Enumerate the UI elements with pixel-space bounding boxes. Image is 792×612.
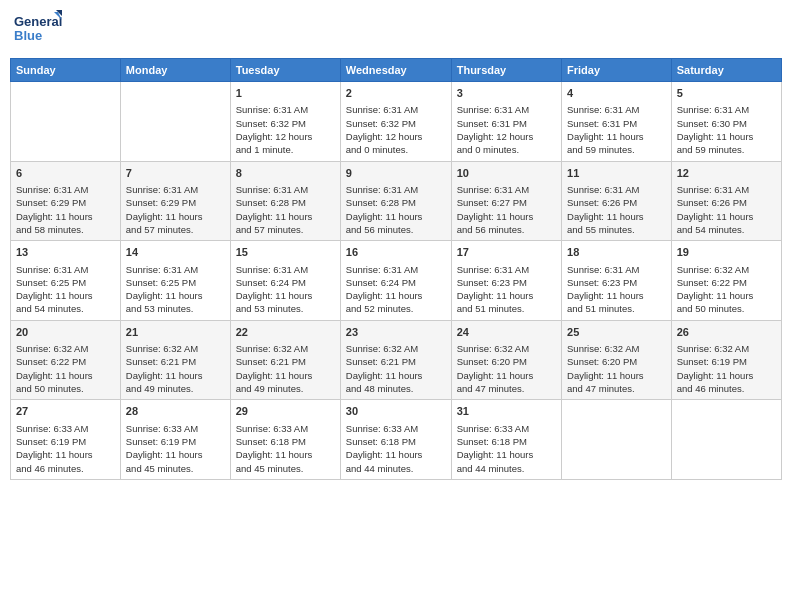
calendar-cell: 11Sunrise: 6:31 AMSunset: 6:26 PMDayligh… (562, 161, 672, 241)
calendar-cell: 7Sunrise: 6:31 AMSunset: 6:29 PMDaylight… (120, 161, 230, 241)
day-info: Sunrise: 6:33 AM (16, 422, 115, 435)
weekday-header-thursday: Thursday (451, 59, 561, 82)
day-info: Sunset: 6:21 PM (346, 355, 446, 368)
day-info: Daylight: 11 hours (677, 210, 776, 223)
day-info: Sunset: 6:27 PM (457, 196, 556, 209)
day-info: Sunset: 6:19 PM (16, 435, 115, 448)
day-info: Sunrise: 6:32 AM (677, 263, 776, 276)
day-info: Daylight: 11 hours (567, 289, 666, 302)
day-info: and 1 minute. (236, 143, 335, 156)
day-info: Sunrise: 6:31 AM (236, 183, 335, 196)
day-info: and 59 minutes. (677, 143, 776, 156)
day-info: Sunset: 6:32 PM (236, 117, 335, 130)
day-number: 29 (236, 404, 335, 419)
day-info: Sunset: 6:19 PM (677, 355, 776, 368)
calendar-cell (562, 400, 672, 480)
day-info: Daylight: 11 hours (236, 289, 335, 302)
day-info: Sunrise: 6:33 AM (236, 422, 335, 435)
day-info: Daylight: 11 hours (16, 210, 115, 223)
day-info: and 49 minutes. (236, 382, 335, 395)
day-info: Sunset: 6:25 PM (16, 276, 115, 289)
day-info: and 58 minutes. (16, 223, 115, 236)
day-number: 28 (126, 404, 225, 419)
day-number: 9 (346, 166, 446, 181)
day-info: and 53 minutes. (236, 302, 335, 315)
calendar-cell: 12Sunrise: 6:31 AMSunset: 6:26 PMDayligh… (671, 161, 781, 241)
day-info: Sunrise: 6:31 AM (346, 263, 446, 276)
day-info: Sunset: 6:19 PM (126, 435, 225, 448)
day-info: Daylight: 11 hours (677, 289, 776, 302)
day-info: Sunrise: 6:32 AM (567, 342, 666, 355)
day-info: Sunrise: 6:32 AM (126, 342, 225, 355)
calendar-cell: 16Sunrise: 6:31 AMSunset: 6:24 PMDayligh… (340, 241, 451, 321)
day-info: Daylight: 11 hours (457, 210, 556, 223)
day-info: Sunset: 6:24 PM (236, 276, 335, 289)
svg-text:Blue: Blue (14, 28, 42, 43)
day-info: and 44 minutes. (457, 462, 556, 475)
day-info: Daylight: 11 hours (346, 448, 446, 461)
day-info: Daylight: 12 hours (457, 130, 556, 143)
calendar-cell: 10Sunrise: 6:31 AMSunset: 6:27 PMDayligh… (451, 161, 561, 241)
weekday-row: SundayMondayTuesdayWednesdayThursdayFrid… (11, 59, 782, 82)
calendar-cell (11, 82, 121, 162)
day-info: and 47 minutes. (457, 382, 556, 395)
day-info: Sunset: 6:29 PM (16, 196, 115, 209)
day-info: Sunset: 6:18 PM (346, 435, 446, 448)
calendar-cell: 21Sunrise: 6:32 AMSunset: 6:21 PMDayligh… (120, 320, 230, 400)
day-info: Sunset: 6:28 PM (346, 196, 446, 209)
day-number: 12 (677, 166, 776, 181)
day-info: Daylight: 11 hours (346, 369, 446, 382)
day-info: and 46 minutes. (677, 382, 776, 395)
day-info: and 45 minutes. (126, 462, 225, 475)
day-info: Daylight: 11 hours (16, 448, 115, 461)
calendar-cell: 18Sunrise: 6:31 AMSunset: 6:23 PMDayligh… (562, 241, 672, 321)
calendar-cell: 22Sunrise: 6:32 AMSunset: 6:21 PMDayligh… (230, 320, 340, 400)
day-number: 13 (16, 245, 115, 260)
day-info: Daylight: 11 hours (16, 369, 115, 382)
calendar-cell: 2Sunrise: 6:31 AMSunset: 6:32 PMDaylight… (340, 82, 451, 162)
day-number: 10 (457, 166, 556, 181)
weekday-header-friday: Friday (562, 59, 672, 82)
day-info: and 54 minutes. (677, 223, 776, 236)
logo-svg: General Blue (14, 10, 62, 50)
day-number: 3 (457, 86, 556, 101)
calendar-cell: 20Sunrise: 6:32 AMSunset: 6:22 PMDayligh… (11, 320, 121, 400)
calendar-week-2: 13Sunrise: 6:31 AMSunset: 6:25 PMDayligh… (11, 241, 782, 321)
day-info: and 50 minutes. (677, 302, 776, 315)
calendar-cell (671, 400, 781, 480)
day-info: Daylight: 11 hours (677, 369, 776, 382)
calendar-table: SundayMondayTuesdayWednesdayThursdayFrid… (10, 58, 782, 480)
calendar-cell: 3Sunrise: 6:31 AMSunset: 6:31 PMDaylight… (451, 82, 561, 162)
day-info: Daylight: 11 hours (236, 448, 335, 461)
day-info: Sunrise: 6:33 AM (457, 422, 556, 435)
logo: General Blue (14, 10, 62, 50)
day-info: Daylight: 12 hours (346, 130, 446, 143)
day-info: Daylight: 11 hours (346, 289, 446, 302)
calendar-cell: 9Sunrise: 6:31 AMSunset: 6:28 PMDaylight… (340, 161, 451, 241)
weekday-header-monday: Monday (120, 59, 230, 82)
day-info: Sunset: 6:25 PM (126, 276, 225, 289)
calendar-cell: 29Sunrise: 6:33 AMSunset: 6:18 PMDayligh… (230, 400, 340, 480)
calendar-cell: 15Sunrise: 6:31 AMSunset: 6:24 PMDayligh… (230, 241, 340, 321)
day-number: 17 (457, 245, 556, 260)
day-info: Sunset: 6:31 PM (457, 117, 556, 130)
day-info: and 51 minutes. (567, 302, 666, 315)
day-info: Sunrise: 6:33 AM (126, 422, 225, 435)
day-info: Sunrise: 6:31 AM (16, 183, 115, 196)
day-info: and 0 minutes. (346, 143, 446, 156)
day-number: 24 (457, 325, 556, 340)
day-info: Sunset: 6:22 PM (16, 355, 115, 368)
calendar-week-4: 27Sunrise: 6:33 AMSunset: 6:19 PMDayligh… (11, 400, 782, 480)
day-info: and 53 minutes. (126, 302, 225, 315)
day-info: Sunset: 6:26 PM (677, 196, 776, 209)
calendar-cell: 19Sunrise: 6:32 AMSunset: 6:22 PMDayligh… (671, 241, 781, 321)
day-info: Daylight: 11 hours (567, 369, 666, 382)
day-info: Sunrise: 6:31 AM (457, 183, 556, 196)
day-info: Sunrise: 6:31 AM (346, 183, 446, 196)
day-info: Daylight: 11 hours (346, 210, 446, 223)
day-info: Daylight: 11 hours (236, 369, 335, 382)
day-info: and 51 minutes. (457, 302, 556, 315)
day-info: Daylight: 11 hours (457, 369, 556, 382)
day-info: and 0 minutes. (457, 143, 556, 156)
day-number: 30 (346, 404, 446, 419)
